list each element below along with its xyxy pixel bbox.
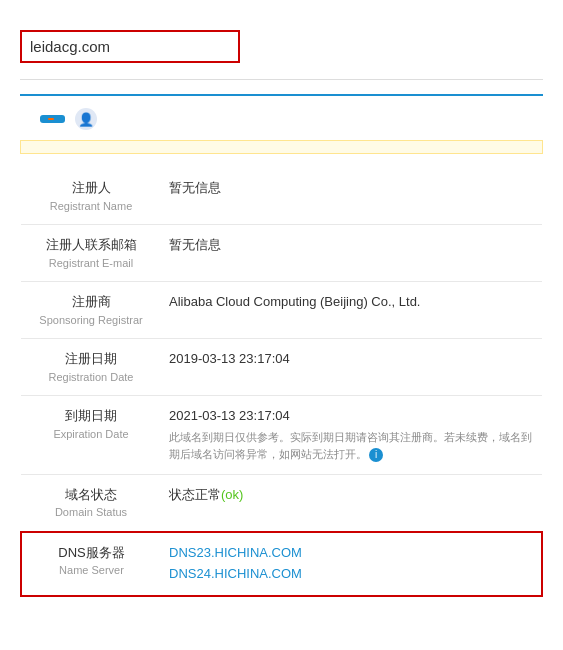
en-label: Sponsoring Registrar: [29, 312, 153, 329]
fetch-latest-button[interactable]: [40, 115, 65, 123]
info-icon[interactable]: i: [369, 448, 383, 462]
label-cell-4: 到期日期Expiration Date: [21, 396, 161, 475]
value-text: 暂无信息: [169, 237, 221, 252]
label-cell-1: 注册人联系邮箱Registrant E-mail: [21, 225, 161, 282]
search-input[interactable]: [30, 38, 230, 55]
table-row: 注册日期Registration Date2019-03-13 23:17:04: [21, 339, 542, 396]
agent-button[interactable]: 👤: [75, 108, 101, 130]
table-row: DNS服务器Name ServerDNS23.HICHINA.COMDNS24.…: [21, 532, 542, 596]
whois-table: 注册人Registrant Name暂无信息注册人联系邮箱Registrant …: [20, 168, 543, 597]
value-cell-5: 状态正常(ok): [161, 474, 542, 532]
cn-label: 注册人: [29, 178, 153, 198]
value-text: 2019-03-13 23:17:04: [169, 351, 290, 366]
table-row: 到期日期Expiration Date2021-03-13 23:17:04此域…: [21, 396, 542, 475]
en-label: Registrant Name: [29, 198, 153, 215]
label-cell-5: 域名状态Domain Status: [21, 474, 161, 532]
search-box-wrapper: [20, 30, 240, 63]
value-text: 暂无信息: [169, 180, 221, 195]
status-text: 状态正常(ok): [169, 487, 243, 502]
table-row: 注册人联系邮箱Registrant E-mail暂无信息: [21, 225, 542, 282]
search-divider: [20, 79, 543, 80]
value-cell-6: DNS23.HICHINA.COMDNS24.HICHINA.COM: [161, 532, 542, 596]
en-label: Domain Status: [29, 504, 153, 521]
cn-label: 域名状态: [29, 485, 153, 505]
value-note: 此域名到期日仅供参考。实际到期日期请咨询其注册商。若未续费，域名到期后域名访问将…: [169, 429, 534, 464]
en-label: Registrant E-mail: [29, 255, 153, 272]
blue-underline: [20, 94, 543, 96]
status-ok-badge: (ok): [221, 487, 243, 502]
agent-icon: 👤: [75, 108, 97, 130]
cn-label: 到期日期: [29, 406, 153, 426]
cn-label: 注册人联系邮箱: [29, 235, 153, 255]
value-text: Alibaba Cloud Computing (Beijing) Co., L…: [169, 294, 420, 309]
new-badge: [48, 118, 54, 120]
page-container: 👤 注册人Registrant Name暂无信息注册人联系邮箱Registran…: [0, 0, 563, 613]
label-cell-3: 注册日期Registration Date: [21, 339, 161, 396]
trademark-banner: [20, 140, 543, 154]
value-cell-4: 2021-03-13 23:17:04此域名到期日仅供参考。实际到期日期请咨询其…: [161, 396, 542, 475]
label-cell-0: 注册人Registrant Name: [21, 168, 161, 225]
table-row: 注册商Sponsoring RegistrarAlibaba Cloud Com…: [21, 282, 542, 339]
value-cell-3: 2019-03-13 23:17:04: [161, 339, 542, 396]
cn-label: 注册日期: [29, 349, 153, 369]
value-cell-2: Alibaba Cloud Computing (Beijing) Co., L…: [161, 282, 542, 339]
cn-label: DNS服务器: [30, 543, 153, 563]
fetch-row: 👤: [20, 108, 543, 130]
value-cell-1: 暂无信息: [161, 225, 542, 282]
en-label: Registration Date: [29, 369, 153, 386]
cn-label: 注册商: [29, 292, 153, 312]
label-cell-2: 注册商Sponsoring Registrar: [21, 282, 161, 339]
dns-link[interactable]: DNS24.HICHINA.COM: [169, 564, 533, 585]
dns-link[interactable]: DNS23.HICHINA.COM: [169, 543, 533, 564]
value-cell-0: 暂无信息: [161, 168, 542, 225]
label-cell-6: DNS服务器Name Server: [21, 532, 161, 596]
value-text: 2021-03-13 23:17:04: [169, 408, 290, 423]
en-label: Name Server: [30, 562, 153, 579]
en-label: Expiration Date: [29, 426, 153, 443]
table-row: 注册人Registrant Name暂无信息: [21, 168, 542, 225]
table-row: 域名状态Domain Status状态正常(ok): [21, 474, 542, 532]
